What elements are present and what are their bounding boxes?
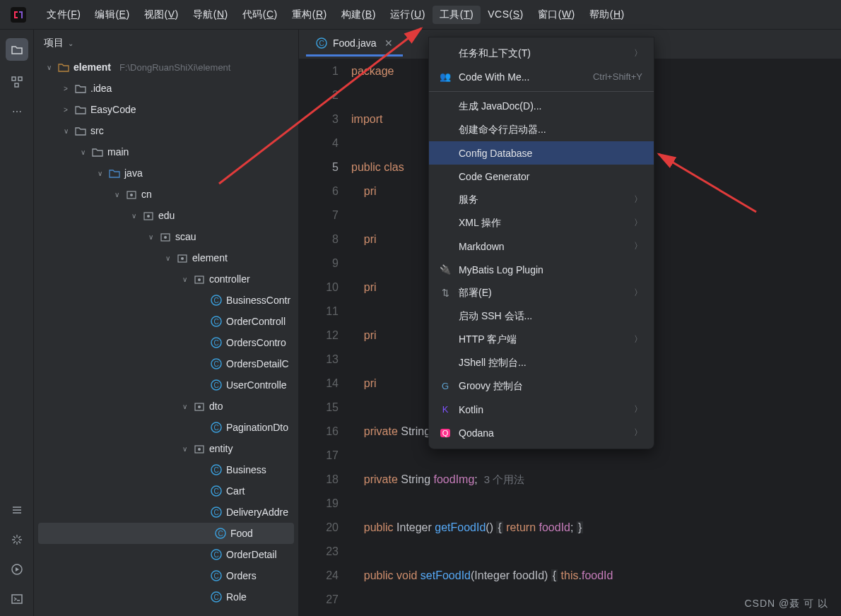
menu-item[interactable]: 生成 JavaDoc(D)...	[429, 95, 654, 118]
menu-item[interactable]: Code Generator	[429, 165, 654, 188]
tools-menu-dropdown: 任务和上下文(T)〉👥Code With Me...Ctrl+Shift+Y生成…	[428, 37, 654, 449]
watermark: CSDN @聂 可 以	[744, 598, 828, 610]
menu-u[interactable]: 运行(U)	[383, 6, 433, 24]
menu-item[interactable]: HTTP 客户端〉	[429, 328, 654, 351]
tree-node[interactable]: ∨controller	[34, 268, 298, 290]
svg-text:C: C	[213, 424, 218, 432]
menu-s[interactable]: VCS(S)	[481, 6, 530, 24]
menu-e[interactable]: 编辑(E)	[88, 6, 136, 24]
tree-node[interactable]: CBusinessContr	[34, 290, 298, 311]
package-icon	[194, 401, 205, 412]
package-icon	[194, 273, 205, 285]
structure-tool-icon[interactable]	[8, 73, 25, 90]
tree-node[interactable]: ∨dto	[34, 396, 298, 417]
class-icon: C	[211, 549, 222, 560]
tree-node[interactable]: ∨src	[34, 120, 298, 141]
menu-item[interactable]: ⇅部署(E)〉	[429, 281, 654, 304]
package-icon	[194, 443, 205, 454]
tree-node[interactable]: COrdersDetailC	[34, 353, 298, 374]
menu-item[interactable]: GGroovy 控制台	[429, 374, 654, 398]
menu-n[interactable]: 导航(N)	[186, 6, 235, 24]
tree-node[interactable]: CUserControlle	[34, 374, 298, 396]
svg-point-15	[198, 278, 201, 281]
menu-item[interactable]: 服务〉	[429, 188, 654, 211]
tree-node[interactable]: COrderDetail	[34, 544, 298, 565]
app-logo-icon	[10, 6, 27, 23]
menu-r[interactable]: 重构(R)	[285, 6, 334, 24]
svg-point-27	[198, 405, 201, 408]
tree-node[interactable]: CPaginationDto	[34, 417, 298, 438]
tab-label: Food.java	[333, 37, 376, 49]
tree-node[interactable]: ∨cn	[34, 184, 298, 205]
tree-node[interactable]: ∨entity	[34, 438, 298, 459]
tree-node[interactable]: CFood	[38, 523, 294, 544]
svg-text:C: C	[213, 360, 218, 368]
package-icon	[143, 210, 154, 221]
menu-item[interactable]: QQodana〉	[429, 421, 654, 444]
tree-node[interactable]: >.idea	[34, 78, 298, 99]
services-tool-icon[interactable]	[8, 531, 25, 548]
tree-node[interactable]: CBusiness	[34, 459, 298, 480]
tree-node[interactable]: >EasyCode	[34, 99, 298, 120]
class-icon: C	[215, 528, 226, 539]
svg-text:C: C	[213, 551, 218, 559]
run-tool-icon[interactable]	[8, 561, 25, 578]
tree-node[interactable]: ∨main	[34, 141, 298, 162]
close-icon[interactable]: ✕	[384, 37, 393, 49]
menu-h[interactable]: 帮助(H)	[582, 6, 632, 24]
menu-f[interactable]: 文件(F)	[40, 6, 88, 24]
menu-item[interactable]: XML 操作〉	[429, 211, 654, 235]
more-tool-icon[interactable]: ⋯	[8, 103, 25, 120]
tree-node[interactable]: ∨scau	[34, 226, 298, 247]
tree-node[interactable]: COrdersContro	[34, 332, 298, 353]
terminal-tool-icon[interactable]	[8, 591, 25, 608]
svg-point-31	[198, 448, 201, 451]
class-icon: C	[211, 570, 222, 581]
menu-item[interactable]: 任务和上下文(T)〉	[429, 42, 654, 65]
menu-item[interactable]: 🔌MyBatis Log Plugin	[429, 258, 654, 281]
svg-point-7	[130, 194, 133, 196]
project-tree[interactable]: ∨elementF:\DongRuanShiXi\element>.idea>E…	[34, 57, 298, 616]
menu-b[interactable]: 构建(B)	[334, 6, 383, 24]
class-icon: C	[316, 37, 327, 49]
svg-rect-3	[15, 83, 18, 87]
tree-node[interactable]: CCart	[34, 480, 298, 502]
package-icon	[160, 231, 171, 242]
folder-icon	[75, 104, 86, 115]
tree-node[interactable]: CRole	[34, 586, 298, 608]
menu-w[interactable]: 窗口(W)	[531, 6, 582, 24]
folder-icon	[75, 83, 86, 94]
tree-node[interactable]: CDeliveryAddre	[34, 502, 298, 523]
folder-src-icon	[109, 167, 120, 179]
svg-text:C: C	[213, 381, 218, 389]
tree-node[interactable]: ∨element	[34, 247, 298, 268]
menu-item[interactable]: 👥Code With Me...Ctrl+Shift+Y	[429, 65, 654, 88]
tree-node[interactable]: COrders	[34, 565, 298, 586]
menu-item[interactable]: KKotlin〉	[429, 398, 654, 421]
tree-node[interactable]: ∨elementF:\DongRuanShiXi\element	[34, 57, 298, 78]
menu-item[interactable]: 创建命令行启动器...	[429, 118, 654, 141]
editor-tab-food[interactable]: C Food.java ✕	[306, 32, 403, 57]
project-sidebar: 项目 ⌄ ∨elementF:\DongRuanShiXi\element>.i…	[34, 30, 299, 616]
menu-item[interactable]: JShell 控制台...	[429, 351, 654, 374]
svg-rect-0	[11, 7, 26, 23]
project-tool-icon[interactable]	[6, 38, 28, 61]
menu-c[interactable]: 代码(C)	[235, 6, 285, 24]
menu-item[interactable]: Config Database	[429, 141, 654, 165]
menu-item[interactable]: 启动 SSH 会话...	[429, 304, 654, 328]
menu-t[interactable]: 工具(T)	[433, 6, 481, 24]
class-icon: C	[211, 358, 222, 369]
class-icon: C	[211, 337, 222, 348]
todo-tool-icon[interactable]	[8, 502, 25, 519]
tree-node[interactable]: ∨edu	[34, 205, 298, 226]
folder-icon	[75, 125, 86, 136]
project-sidebar-header[interactable]: 项目 ⌄	[34, 30, 298, 57]
svg-text:C: C	[213, 509, 218, 516]
menubar: 文件(F)编辑(E)视图(V)导航(N)代码(C)重构(R)构建(B)运行(U)…	[0, 0, 841, 30]
class-icon: C	[211, 591, 222, 603]
tree-node[interactable]: ∨java	[34, 162, 298, 184]
tree-node[interactable]: COrderControll	[34, 311, 298, 332]
menu-item[interactable]: Markdown〉	[429, 235, 654, 258]
left-tool-rail: ⋯	[0, 30, 34, 616]
menu-v[interactable]: 视图(V)	[137, 6, 186, 24]
